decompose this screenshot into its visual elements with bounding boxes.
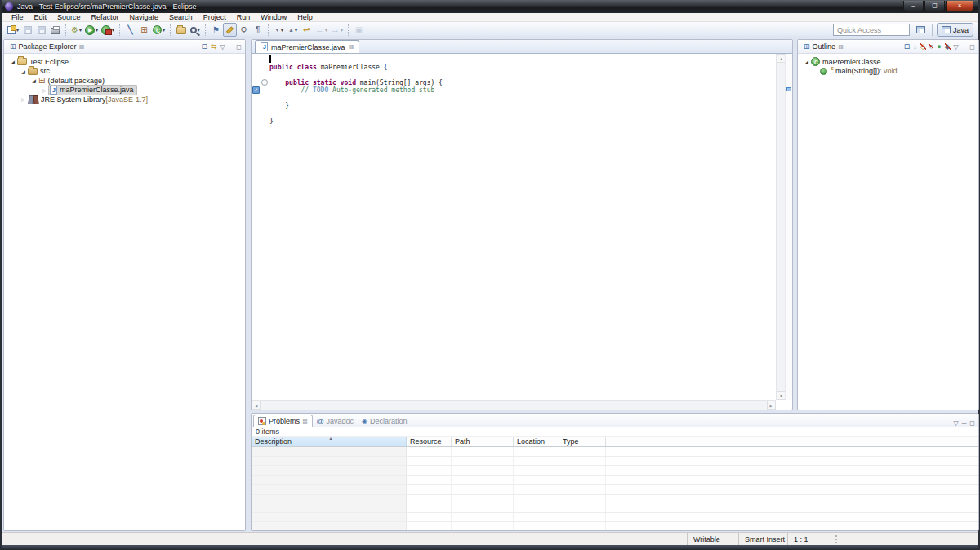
tree-item-java-file[interactable]: ▷ maPremierClasse.java [4,86,245,95]
run-dropdown-arrow[interactable]: ▾ [96,27,98,33]
table-row[interactable] [252,476,978,486]
table-row[interactable] [252,457,978,467]
scroll-right-icon[interactable]: ▶ [767,401,776,410]
run-button[interactable]: ▾ [83,23,100,37]
print-button[interactable] [48,23,62,37]
menu-window[interactable]: Window [256,13,292,21]
external-tools-dropdown-arrow[interactable]: ▾ [112,27,114,33]
next-annotation-button[interactable]: ▼▾ [272,23,286,37]
close-icon[interactable]: ⊠ [79,43,85,51]
show-source-button[interactable]: Q [237,23,251,37]
problems-table-body[interactable] [252,447,978,531]
selected-tree-item[interactable]: maPremierClasse.java [48,85,137,95]
last-edit-location-button[interactable]: ↩ [300,23,314,37]
outline-item-class[interactable]: ◢ maPremierClasse [798,57,978,67]
menu-navigate[interactable]: Navigate [125,13,164,21]
title-bar[interactable]: Java - Test Eclipse/src/maPremierClasse.… [2,0,978,13]
scroll-left-icon[interactable]: ◀ [252,401,261,410]
next-annotation-dropdown-arrow[interactable]: ▾ [281,27,283,33]
maximize-icon[interactable]: ◻ [969,419,975,427]
tree-item-project[interactable]: ◢ Test Eclipse [4,57,245,67]
new-java-project-button[interactable]: ╲ [123,23,137,37]
menu-file[interactable]: File [7,13,29,21]
expander-icon[interactable]: ▷ [20,96,27,102]
view-menu-icon[interactable]: ▽ [954,419,959,427]
fold-collapse-icon[interactable]: − [261,79,268,86]
toggle-breadcrumb-button[interactable]: ⚑ [209,23,223,37]
external-tools-button[interactable]: ▾ [100,23,116,37]
collapse-all-icon[interactable]: ⊟ [904,42,911,51]
close-icon[interactable]: ⊠ [302,418,308,425]
forward-dropdown-arrow[interactable]: ▾ [341,27,343,33]
menu-project[interactable]: Project [198,13,231,21]
code-area[interactable]: public class maPremierClasse { public st… [270,55,773,126]
new-class-dropdown-arrow[interactable]: ▾ [163,27,165,33]
save-button[interactable] [20,23,34,37]
table-row[interactable] [252,522,978,531]
show-whitespace-button[interactable]: ¶ [251,23,265,37]
hide-static-members-icon[interactable]: ○ [929,42,933,51]
quick-access-input[interactable] [833,24,910,36]
problems-tab[interactable]: Problems ⊠ [253,415,313,427]
pin-editor-button[interactable]: ▣ [352,23,366,37]
overview-ruler[interactable] [785,54,792,400]
window-maximize-button[interactable]: ◻ [924,1,945,11]
forward-button[interactable]: →▾ [329,23,345,37]
view-menu-icon[interactable]: ▽ [954,43,959,51]
expander-icon[interactable]: ◢ [20,69,27,74]
menu-help[interactable]: Help [292,13,318,21]
menu-edit[interactable]: Edit [29,13,52,21]
hide-non-public-members-icon[interactable]: ● [937,42,941,51]
window-minimize-button[interactable]: – [903,1,924,11]
collapse-all-icon[interactable]: ⊟ [201,42,207,51]
package-explorer-tab[interactable]: ⊞ Package Explorer ⊠ [7,40,87,53]
task-overview-marker[interactable] [786,87,791,91]
search-dropdown-arrow[interactable]: ▾ [198,27,200,33]
editor-tab[interactable]: maPremierClasse.java ⊠ [255,40,359,53]
debug-dropdown-arrow[interactable]: ▾ [79,27,82,33]
minimize-icon[interactable]: ─ [229,43,234,51]
mark-occurrences-button[interactable] [223,23,237,37]
link-with-editor-icon[interactable]: ⇆ [211,42,217,51]
maximize-icon[interactable]: ◻ [236,43,242,51]
vertical-scrollbar[interactable]: ▲ ▼ [776,54,785,400]
javadoc-tab[interactable]: @ Javadoc [313,415,358,427]
menu-refactor[interactable]: Refactor [87,13,124,21]
tree-item-jre-library[interactable]: ▷ JRE System Library [JavaSE-1.7] [4,95,245,104]
java-perspective-button[interactable]: Java [937,23,973,37]
table-row[interactable] [252,485,978,495]
new-class-button[interactable]: ▾ [151,23,167,37]
previous-annotation-button[interactable]: ▲▾ [286,23,300,37]
minimize-icon[interactable]: ─ [962,419,967,427]
maximize-icon[interactable]: ◻ [969,43,975,51]
new-package-button[interactable]: ⊞ [137,23,151,37]
table-row[interactable] [252,466,978,476]
search-button[interactable]: ▾ [188,23,202,37]
save-all-button[interactable] [34,23,48,37]
back-dropdown-arrow[interactable]: ▾ [325,27,327,33]
column-header-resource[interactable]: Resource [407,437,452,446]
new-dropdown-arrow[interactable]: ▾ [16,27,19,33]
open-perspective-button[interactable] [914,23,928,37]
table-row[interactable] [252,495,978,504]
view-menu-icon[interactable]: ▽ [220,43,225,51]
expander-icon[interactable]: ◢ [30,78,38,83]
expander-icon[interactable]: ◢ [9,59,16,64]
new-wizard-button[interactable]: ▾ [6,23,20,37]
table-row[interactable] [252,503,978,513]
tree-item-default-package[interactable]: ◢ ⊞ (default package) [4,76,245,86]
task-marker-icon[interactable]: ✓ [252,86,260,94]
open-element-button[interactable] [174,23,188,37]
column-header-path[interactable]: Path [452,437,514,446]
column-header-type[interactable]: Type [559,437,606,446]
close-icon[interactable]: ⊠ [838,43,844,51]
hide-fields-icon[interactable]: ◇ [920,42,926,51]
menu-source[interactable]: Source [52,13,86,21]
column-header-description[interactable]: Description ▲ [252,437,407,446]
table-row[interactable] [252,447,978,457]
debug-button[interactable]: ⚙▾ [69,23,83,37]
horizontal-scrollbar[interactable]: ◀ ▶ [252,400,776,410]
outline-tab[interactable]: ⊞ Outline ⊠ [801,40,846,53]
outline-item-method[interactable]: S main(String[]) : void [798,67,978,77]
previous-annotation-dropdown-arrow[interactable]: ▾ [295,27,297,33]
